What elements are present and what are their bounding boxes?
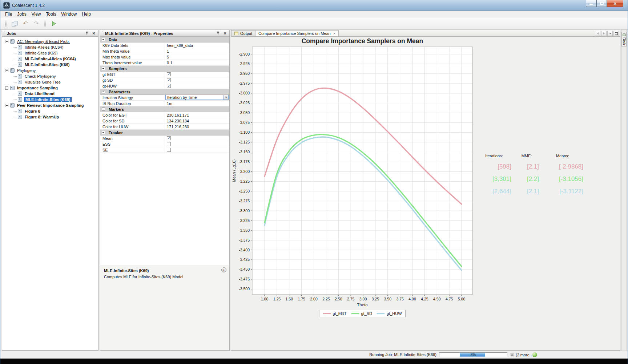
tab-output[interactable]: Output <box>231 30 255 36</box>
pin-panel-button[interactable] <box>216 31 221 36</box>
job-icon <box>10 68 15 73</box>
tab-compare-importance-samplers-on-mean[interactable]: Compare Importance Samplers on Mean× <box>255 30 339 36</box>
property-value[interactable]: 0.1 <box>165 60 229 65</box>
property-value[interactable]: 134,230,134 <box>165 118 229 124</box>
property-value[interactable]: 171,216,230 <box>165 124 229 129</box>
job-progress-bar: 8% <box>439 352 507 357</box>
property-value[interactable]: ✓ <box>165 77 229 83</box>
tree-node-label: Figure 8 <box>24 109 41 113</box>
checkbox[interactable]: ✓ <box>167 72 171 76</box>
collapse-toggle-icon[interactable] <box>5 69 8 72</box>
checkbox[interactable] <box>167 148 171 152</box>
dropdown-arrow-button[interactable] <box>223 95 228 100</box>
property-value[interactable]: Iteration by Time <box>165 95 229 100</box>
tree-node[interactable]: Data Likelihood <box>2 91 98 97</box>
checkbox[interactable]: ✓ <box>167 136 171 140</box>
tree-node[interactable]: Infinite-Sites (K69) <box>2 50 98 56</box>
panel-grip[interactable] <box>4 32 5 35</box>
tree-connector <box>13 76 17 77</box>
tree-node[interactable]: Check Phylogeny <box>2 73 98 79</box>
maximize-icon <box>600 2 604 5</box>
tree-node[interactable]: Visualize Gene Tree <box>2 79 98 85</box>
tree-node[interactable]: Figure 8: WarmUp <box>2 114 98 120</box>
scroll-tabs-right-button[interactable] <box>601 31 607 36</box>
pin-panel-button[interactable] <box>84 31 89 36</box>
property-value[interactable]: ✓ <box>165 136 229 141</box>
redo-button[interactable]: ↷ <box>32 19 41 28</box>
iteration-strategy-dropdown[interactable]: Iteration by Time <box>165 95 229 100</box>
menu-item-help[interactable]: Help <box>79 11 93 17</box>
property-value[interactable]: ✓ <box>165 83 229 89</box>
properties-panel: MLE-Infinite-Sites (K69) - Properties Da… <box>100 30 230 351</box>
tree-connector <box>13 82 17 82</box>
undo-button[interactable]: ↶ <box>21 19 30 28</box>
property-value[interactable]: 1m <box>165 101 229 106</box>
svg-text:4.75: 4.75 <box>446 297 453 301</box>
collapse-toggle-icon[interactable] <box>5 40 8 43</box>
checkbox[interactable] <box>167 142 171 146</box>
property-value[interactable]: hein_k69_data <box>165 43 229 48</box>
collapse-toggle-icon[interactable] <box>5 104 8 107</box>
svg-text:2.00: 2.00 <box>310 297 318 301</box>
collapse-toggle-icon[interactable] <box>102 131 105 134</box>
tree-node[interactable]: MLE-Infinite-Sites (K69) <box>2 62 98 68</box>
collapse-toggle-icon[interactable] <box>102 90 105 93</box>
tree-node[interactable]: AC, Genealogy & Exact Prob. <box>2 39 98 44</box>
menu-item-jobs[interactable]: Jobs <box>15 11 29 17</box>
tree-node-label: MLE-Infinite-Sites (K69) <box>24 97 72 102</box>
bottom-strip <box>0 359 628 364</box>
window-title: Coalescent 1.4.2 <box>12 3 45 8</box>
checkbox[interactable]: ✓ <box>167 78 171 82</box>
minimize-button[interactable] <box>586 0 596 7</box>
tab-list-button[interactable] <box>607 31 613 36</box>
svg-text:-3.000: -3.000 <box>239 91 250 95</box>
close-panel-button[interactable] <box>222 31 228 36</box>
checkbox[interactable]: ✓ <box>167 84 171 88</box>
tree-node-label: Peer Review: Importance Sampling <box>16 103 84 108</box>
run-job-button[interactable] <box>49 19 59 28</box>
tree-node[interactable]: Peer Review: Importance Sampling <box>2 102 98 108</box>
collapse-toggle-icon[interactable] <box>102 38 105 41</box>
maximize-button[interactable] <box>596 0 607 7</box>
pin-icon <box>85 31 89 35</box>
properties-panel-header: MLE-Infinite-Sites (K69) - Properties <box>100 30 229 37</box>
panel-grip[interactable] <box>102 32 103 35</box>
property-section-header: Tracker <box>100 130 229 136</box>
tree-node[interactable]: MLE-Infinite-Alleles (KC64) <box>2 56 98 62</box>
menu-item-view[interactable]: View <box>29 11 44 17</box>
collapse-toggle-icon[interactable] <box>5 86 8 90</box>
menu-item-window[interactable]: Window <box>59 11 80 17</box>
menu-item-tools[interactable]: Tools <box>44 11 59 17</box>
svg-text:-2.900: -2.900 <box>239 52 250 56</box>
more-processes-button[interactable]: (2 more...) <box>509 352 536 358</box>
property-value[interactable] <box>165 141 229 147</box>
property-name: gt-SD <box>100 77 165 83</box>
collapse-toggle-icon[interactable] <box>102 67 105 70</box>
close-button[interactable] <box>607 0 623 7</box>
scroll-tabs-left-button[interactable] <box>595 31 600 36</box>
collapse-toggle-icon[interactable] <box>102 108 105 111</box>
property-value[interactable] <box>165 147 229 153</box>
section-label: Tracker <box>109 130 123 135</box>
copy-jobs-button[interactable] <box>10 19 19 28</box>
menu-item-file[interactable]: File <box>3 11 15 17</box>
property-value[interactable]: 230,161,171 <box>165 112 229 118</box>
svg-text:-3.325: -3.325 <box>239 218 250 223</box>
close-panel-button[interactable] <box>91 31 96 36</box>
output-panel: OutputCompare Importance Samplers on Mea… <box>231 30 620 351</box>
svg-text:-3.425: -3.425 <box>239 257 250 262</box>
tree-node[interactable]: Figure 8 <box>2 108 98 114</box>
tree-node[interactable]: Infinite-Alleles (KC64) <box>2 44 98 50</box>
tree-node[interactable]: MLE-Infinite-Sites (K69) <box>2 97 98 102</box>
property-row: Color for HUW171,216,230 <box>100 124 229 130</box>
property-value[interactable]: ✓ <box>165 72 229 77</box>
dock-tab-disk[interactable]: Disk <box>621 32 627 46</box>
connection-status-icon[interactable] <box>532 352 537 357</box>
tree-node[interactable]: Importance Sampling <box>2 85 98 91</box>
maximize-panel-button[interactable] <box>613 31 619 36</box>
tree-node[interactable]: Phylogeny <box>2 68 98 73</box>
close-tab-icon[interactable]: × <box>333 32 335 36</box>
info-icon[interactable] <box>221 267 226 272</box>
property-value[interactable]: 1 <box>165 48 229 54</box>
property-value[interactable]: 5 <box>165 54 229 60</box>
